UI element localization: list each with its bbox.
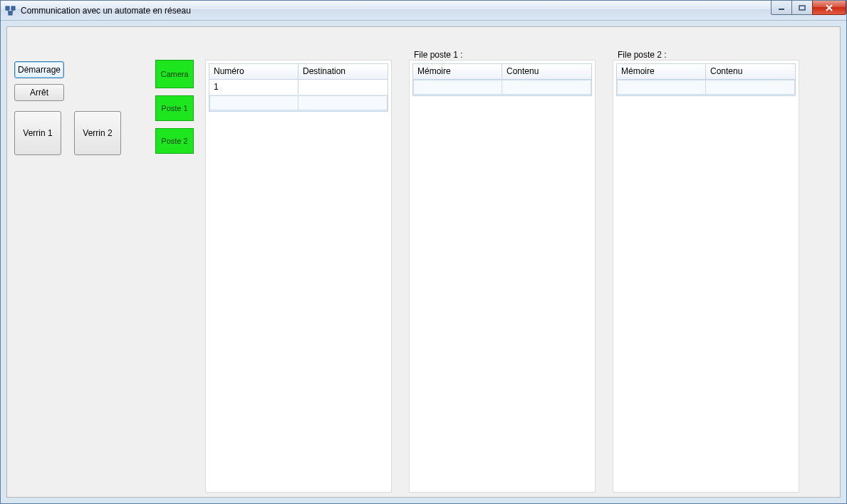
table-row[interactable]: 1: [209, 80, 388, 95]
maximize-icon: [799, 5, 806, 11]
file-poste1-container: File poste 1 : Mémoire Contenu: [409, 60, 596, 493]
cell-contenu-new[interactable]: [502, 80, 591, 95]
verrin1-button[interactable]: Verrin 1: [14, 111, 61, 155]
indicator-poste1: Poste 1: [155, 95, 194, 121]
cell-destination[interactable]: [298, 80, 388, 95]
grid-main[interactable]: Numéro Destination 1: [209, 63, 388, 112]
grid-file-poste1[interactable]: Mémoire Contenu: [412, 63, 592, 96]
col-numero[interactable]: Numéro: [209, 64, 298, 80]
cell-memoire-new[interactable]: [617, 80, 706, 95]
table-header: Mémoire Contenu: [413, 64, 591, 80]
close-icon: [825, 4, 833, 11]
grid-file-poste2[interactable]: Mémoire Contenu: [616, 63, 796, 96]
file-poste2-legend: File poste 2 :: [616, 50, 668, 60]
col-contenu[interactable]: Contenu: [502, 64, 591, 80]
svg-rect-4: [799, 6, 805, 10]
cell-numero[interactable]: 1: [209, 80, 298, 95]
col-memoire[interactable]: Mémoire: [617, 64, 706, 80]
close-button[interactable]: [812, 1, 846, 15]
demarrage-button[interactable]: Démarrage: [14, 61, 64, 78]
table-new-row[interactable]: [209, 95, 388, 111]
svg-rect-1: [11, 6, 15, 10]
table-header: Mémoire Contenu: [617, 64, 795, 80]
cell-destination-new[interactable]: [298, 95, 388, 110]
svg-rect-0: [6, 6, 9, 10]
indicator-camera: Camera: [155, 60, 194, 88]
indicator-poste2: Poste 2: [155, 128, 194, 154]
table-header: Numéro Destination: [209, 64, 388, 80]
table-new-row[interactable]: [617, 80, 795, 95]
titlebar[interactable]: Communication avec un automate en réseau: [1, 1, 846, 21]
cell-numero-new[interactable]: [209, 95, 298, 110]
application-window: Communication avec un automate en réseau…: [0, 0, 847, 504]
main-panel: Démarrage Arrêt Verrin 1 Verrin 2 Camera…: [6, 26, 841, 498]
col-contenu[interactable]: Contenu: [706, 64, 795, 80]
client-area: Démarrage Arrêt Verrin 1 Verrin 2 Camera…: [1, 21, 846, 503]
minimize-button[interactable]: [771, 1, 792, 15]
cell-memoire-new[interactable]: [413, 80, 502, 95]
svg-rect-3: [779, 9, 784, 10]
cell-contenu-new[interactable]: [705, 80, 795, 95]
window-title: Communication avec un automate en réseau: [21, 6, 191, 16]
app-icon: [5, 5, 16, 16]
file-poste1-legend: File poste 1 :: [412, 50, 464, 60]
table-new-row[interactable]: [413, 80, 591, 95]
col-memoire[interactable]: Mémoire: [413, 64, 502, 80]
window-controls: [771, 1, 846, 15]
arret-button[interactable]: Arrêt: [14, 84, 64, 101]
maximize-button[interactable]: [791, 1, 813, 15]
col-destination[interactable]: Destination: [298, 64, 388, 80]
grid-main-container: Numéro Destination 1: [205, 60, 392, 493]
minimize-icon: [778, 5, 785, 11]
file-poste2-container: File poste 2 : Mémoire Contenu: [613, 60, 799, 493]
verrin2-button[interactable]: Verrin 2: [74, 111, 121, 155]
